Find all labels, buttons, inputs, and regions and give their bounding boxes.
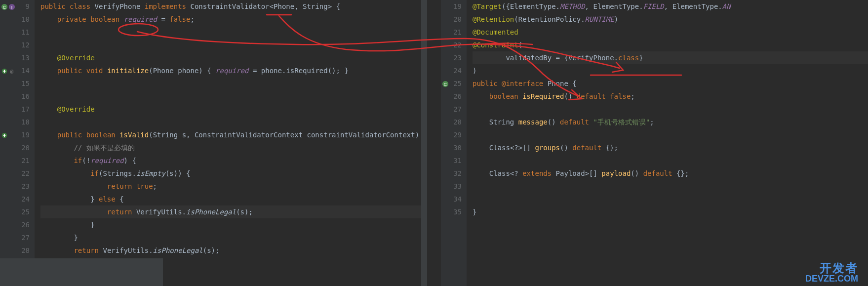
line-number[interactable]: 25 (0, 205, 30, 218)
code-token: FIELD (643, 2, 664, 10)
code-token (473, 92, 489, 100)
code-line[interactable]: @Retention(RetentionPolicy.RUNTIME) (473, 13, 868, 26)
code-token: (); } (328, 67, 349, 75)
line-number[interactable]: 9CI (0, 0, 30, 13)
code-line[interactable]: } (40, 218, 427, 231)
line-number[interactable]: 17 (0, 103, 30, 116)
code-line[interactable]: if(!required) { (40, 154, 427, 167)
right-code-body[interactable]: @Target({ElementType.METHOD, ElementType… (467, 0, 868, 286)
line-number[interactable]: 18 (0, 116, 30, 128)
left-gutter[interactable]: 9CI1011121314@15161718192021222324252627… (0, 0, 35, 286)
code-line[interactable] (473, 154, 868, 167)
code-line[interactable] (40, 77, 427, 90)
line-number[interactable]: 15 (0, 77, 30, 90)
line-number[interactable]: 31 (441, 154, 462, 167)
line-number[interactable]: 32 (441, 167, 462, 180)
code-token: >[] (585, 169, 602, 177)
line-number[interactable]: 21 (0, 154, 30, 167)
line-number[interactable]: 24 (0, 193, 30, 205)
line-number[interactable]: 14@ (0, 64, 30, 77)
code-line[interactable] (473, 103, 868, 116)
code-line[interactable]: @Documented (473, 26, 868, 39)
code-line[interactable]: @Override (40, 51, 427, 64)
code-line[interactable]: String message() default "手机号格式错误"; (473, 116, 868, 128)
line-number[interactable]: 35 (441, 205, 462, 218)
code-line[interactable]: return true; (40, 180, 427, 193)
code-line[interactable] (40, 39, 427, 51)
line-number[interactable]: 24 (441, 64, 462, 77)
line-number[interactable]: 27 (441, 103, 462, 116)
code-line[interactable]: if(Strings.isEmpty(s)) { (40, 167, 427, 180)
code-line[interactable]: public class VerifyPhone implements Cons… (40, 0, 427, 13)
code-line[interactable]: boolean isRequired() default false; (473, 90, 868, 103)
line-number[interactable]: 30 (441, 141, 462, 154)
line-number[interactable]: 27 (0, 231, 30, 244)
code-line[interactable] (40, 90, 427, 103)
code-line[interactable]: } (40, 231, 427, 244)
code-line[interactable]: } (473, 205, 868, 218)
line-number[interactable]: 28 (0, 244, 30, 257)
code-line[interactable]: private boolean required = false; (40, 13, 427, 26)
line-number[interactable]: 13 (0, 51, 30, 64)
code-line[interactable]: @Constraint( (473, 39, 868, 51)
code-token: constraintValidatorContext (307, 131, 415, 139)
line-number[interactable]: 20 (0, 141, 30, 154)
code-token (473, 118, 489, 126)
code-token: } (40, 195, 99, 203)
left-code-body[interactable]: public class VerifyPhone implements Cons… (35, 0, 427, 286)
code-line[interactable] (40, 116, 427, 128)
line-number[interactable]: 12 (0, 39, 30, 51)
code-line[interactable]: return VerifyUtils.isPhoneLegal(s); (40, 205, 427, 218)
line-number[interactable]: 21 (441, 26, 462, 39)
line-number[interactable]: 26 (441, 90, 462, 103)
code-token: initialize (107, 67, 149, 75)
right-code-area[interactable]: 19202122232425C26272829303132333435 @Tar… (441, 0, 868, 286)
line-number[interactable]: 25C (441, 77, 462, 90)
code-token (40, 144, 74, 152)
code-line[interactable]: ) (473, 64, 868, 77)
code-line[interactable]: public @interface Phone { (473, 77, 868, 90)
code-token: , (585, 2, 593, 10)
left-scrollbar[interactable] (421, 0, 427, 286)
line-number[interactable]: 29 (441, 128, 462, 141)
right-gutter[interactable]: 19202122232425C26272829303132333435 (441, 0, 467, 286)
line-number[interactable]: 20 (441, 13, 462, 26)
code-line[interactable]: public void initialize(Phone phone) { re… (40, 64, 427, 77)
code-token: . (614, 54, 618, 62)
code-token: "手机号格式错误" (593, 118, 650, 126)
line-number[interactable]: 16 (0, 90, 30, 103)
code-line[interactable]: } else { (40, 193, 427, 205)
code-line[interactable]: validatedBy = {VerifyPhone.class} (473, 51, 868, 64)
code-token: false (610, 92, 631, 100)
line-number[interactable]: 23 (441, 51, 462, 64)
code-line[interactable]: // 如果不是必填的 (40, 141, 427, 154)
code-token: default (560, 118, 593, 126)
line-number[interactable]: 22 (0, 167, 30, 180)
code-line[interactable]: @Target({ElementType.METHOD, ElementType… (473, 0, 868, 13)
code-line[interactable] (473, 180, 868, 193)
line-number[interactable]: 28 (441, 116, 462, 128)
code-line[interactable]: @Override (40, 103, 427, 116)
code-token: ElementType (672, 2, 718, 10)
line-number[interactable]: 11 (0, 26, 30, 39)
code-line[interactable]: Class<? extends Payload>[] payload() def… (473, 167, 868, 180)
line-number[interactable]: 26 (0, 218, 30, 231)
code-line[interactable] (473, 193, 868, 205)
line-number[interactable]: 10 (0, 13, 30, 26)
code-token: isEmpty (136, 169, 165, 177)
line-number[interactable]: 19 (0, 128, 30, 141)
line-number[interactable]: 22 (441, 39, 462, 51)
code-token: required (215, 67, 248, 75)
left-code-area[interactable]: 9CI1011121314@15161718192021222324252627… (0, 0, 427, 286)
code-line[interactable] (40, 26, 427, 39)
line-number[interactable]: 34 (441, 193, 462, 205)
code-line[interactable]: public boolean isValid(String s, Constra… (40, 128, 427, 141)
line-number[interactable]: 23 (0, 180, 30, 193)
code-line[interactable]: Class<?>[] groups() default {}; (473, 141, 868, 154)
line-number[interactable]: 19 (441, 0, 462, 13)
line-number[interactable]: 33 (441, 180, 462, 193)
left-editor-pane: 9CI1011121314@15161718192021222324252627… (0, 0, 427, 286)
code-line[interactable]: return VerifyUtils.isPhoneLegal(s); (40, 244, 427, 257)
code-line[interactable] (473, 128, 868, 141)
code-token: default (643, 169, 676, 177)
